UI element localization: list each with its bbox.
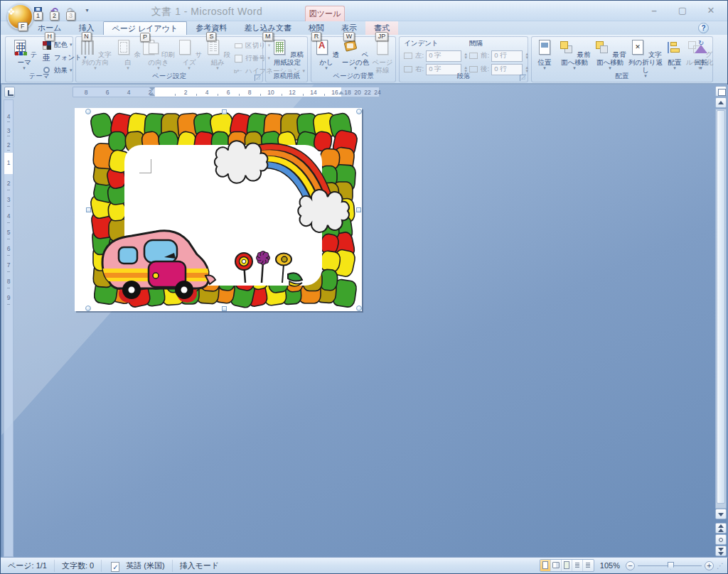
align-button[interactable]: 配置▾ [664, 38, 685, 70]
genko-settings-button[interactable]: 原稿用紙設定 [268, 38, 306, 66]
selection-handle-bottomright[interactable] [356, 305, 362, 311]
web-layout-view-button[interactable] [562, 560, 572, 571]
ruler-number: 6 [227, 89, 230, 96]
tab-1[interactable]: ホームH [29, 21, 70, 35]
page-borders-button[interactable]: ページ罫線 [370, 38, 395, 74]
maximize-button[interactable]: ▢ [673, 5, 692, 17]
scroll-up-button[interactable] [715, 97, 727, 108]
print-layout-view-button[interactable] [540, 560, 551, 571]
tab-6[interactable]: 校閲R [300, 21, 333, 35]
previous-page-button[interactable] [715, 523, 727, 534]
paragraph-dialog-launcher[interactable] [520, 75, 526, 81]
orientation-button[interactable]: 印刷の向き▾ [142, 38, 175, 70]
ruler-number: 14 [310, 89, 316, 96]
page-setup-dialog-launcher[interactable] [255, 75, 261, 81]
scrollbar-track[interactable] [715, 109, 727, 509]
draft-view-button[interactable] [583, 560, 594, 571]
tab-3[interactable]: ページ レイアウトP [103, 21, 188, 35]
full-screen-reading-view-button[interactable] [551, 560, 562, 571]
tab-keytip: JP [375, 32, 389, 41]
spacing-before-spinner[interactable]: ▲▼ [525, 53, 529, 60]
tab-keytip: M [262, 32, 274, 41]
selection-handle-topright[interactable] [356, 109, 362, 114]
select-browse-object-button[interactable] [715, 534, 727, 545]
document-page[interactable] [75, 108, 362, 311]
page-indicator[interactable]: ページ: 1/1 [1, 560, 55, 572]
tab-8[interactable]: 書式JP [365, 21, 398, 35]
proofing-status[interactable] [102, 560, 119, 572]
view-shortcut-buttons [540, 559, 594, 572]
rotate-button[interactable]: ↻ 回転▾ [690, 38, 712, 70]
vertical-scrollbar [714, 86, 727, 557]
size-button[interactable]: サイズ▾ [176, 38, 203, 70]
inserted-picture[interactable] [87, 111, 359, 309]
themes-button[interactable]: 亜 テーマ ▾ [9, 38, 40, 70]
tab-keytip: S [206, 32, 216, 41]
tab-5[interactable]: 差し込み文書M [235, 21, 300, 35]
outline-view-button[interactable] [572, 560, 583, 571]
bring-to-front-button[interactable]: 最前面へ移動▾ [557, 38, 592, 70]
tab-selector-button[interactable] [4, 87, 15, 97]
zoom-level[interactable]: 105% [597, 561, 623, 570]
tab-keytip: N [81, 32, 92, 41]
spacing-before-input[interactable]: 0 行 [491, 50, 523, 62]
selection-handle-left[interactable] [86, 207, 91, 212]
insert-mode-indicator[interactable]: 挿入モード [173, 560, 227, 572]
selection-handle-right[interactable] [356, 207, 361, 212]
minimize-button[interactable]: – [645, 5, 663, 17]
watermark-icon: A [314, 39, 331, 56]
page-color-button[interactable]: ページの色▾ [341, 38, 370, 70]
scrollbar-thumb[interactable] [717, 110, 725, 504]
line-numbers-icon [234, 54, 243, 63]
theme-fonts-icon: 亜 [43, 53, 52, 63]
columns-button[interactable]: 段組み▾ [203, 38, 232, 70]
tab-7[interactable]: 表示W [333, 21, 365, 35]
selection-handle-bottom[interactable] [222, 306, 227, 311]
language-indicator[interactable]: 英語 (米国) [119, 560, 172, 572]
ruler-tick [282, 94, 282, 96]
horizontal-ruler[interactable]: 864224681012141618202224 [73, 87, 380, 97]
scroll-down-button[interactable] [715, 509, 727, 519]
ruler-number: 8 [4, 278, 13, 285]
ruler-number: 5 [4, 229, 13, 236]
ruler-number: 2 [4, 141, 13, 148]
ruler-toggle-button[interactable] [715, 86, 727, 97]
indent-section: インデント 左: 0 字 ▲▼ 右: 0 字 ▲▼ [404, 38, 468, 76]
ruler-tick [7, 206, 10, 207]
qat-customize-button[interactable]: ▾ [81, 5, 93, 16]
indent-left-spinner[interactable]: ▲▼ [464, 53, 468, 60]
chevron-down-icon: ▾ [85, 5, 88, 16]
ruler-number: 6 [4, 245, 13, 252]
tab-2[interactable]: 挿入N [70, 21, 103, 35]
right-indent-marker[interactable] [338, 91, 344, 94]
indent-left-input[interactable]: 0 字 [426, 50, 461, 62]
zoom-in-button[interactable]: + [705, 561, 714, 570]
zoom-slider[interactable] [638, 561, 702, 570]
help-button[interactable]: ? [698, 23, 709, 33]
zoom-out-button[interactable]: − [626, 561, 635, 570]
bring-to-front-icon [558, 39, 575, 56]
next-page-button[interactable] [715, 546, 727, 556]
text-direction-button[interactable]: 文字列の方向▾ [77, 38, 114, 70]
ruler-number: 22 [364, 89, 370, 96]
watermark-button[interactable]: A 透かし▾ [312, 38, 341, 70]
ruler-tick [196, 94, 197, 96]
margins-button[interactable]: 余白▾ [114, 38, 141, 70]
ruler-number: 4 [4, 212, 13, 220]
position-button[interactable]: 位置▾ [533, 38, 556, 70]
zoom-slider-thumb[interactable] [668, 562, 674, 570]
close-button[interactable]: ✕ [702, 5, 720, 17]
ruler-tick [218, 94, 218, 96]
tab-keytip: W [343, 32, 355, 41]
selection-handle-topleft[interactable] [85, 109, 91, 114]
align-icon [666, 39, 683, 56]
tab-4[interactable]: 参考資料S [187, 21, 235, 35]
group-themes: 亜 テーマ ▾ 配色▾ [5, 36, 73, 82]
send-to-back-button[interactable]: 最背面へ移動▾ [593, 38, 627, 70]
ruler-number: 1 [4, 159, 13, 166]
selection-handle-top[interactable] [222, 109, 227, 114]
selection-handle-bottomleft[interactable] [85, 305, 91, 311]
resize-grip[interactable]: ⋰ [717, 562, 724, 570]
vertical-ruler[interactable]: 432123456789 [4, 99, 14, 557]
word-count[interactable]: 文字数: 0 [55, 560, 102, 572]
